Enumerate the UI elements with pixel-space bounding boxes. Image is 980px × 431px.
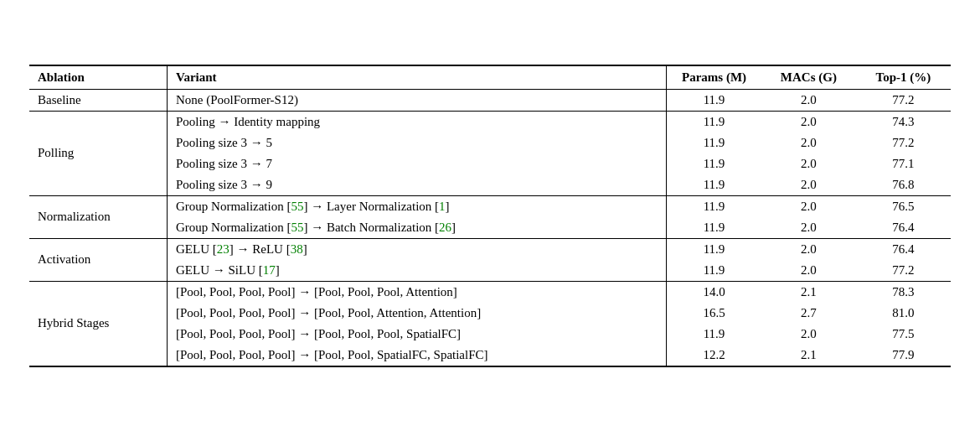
params-cell: 12.2: [667, 345, 761, 366]
params-cell: 11.9: [667, 260, 761, 282]
macs-cell: 2.0: [761, 153, 856, 174]
table-row: Pooling size 3 → 911.92.076.8: [29, 174, 951, 196]
macs-cell: 2.0: [761, 195, 856, 217]
params-cell: 11.9: [667, 153, 761, 174]
table-row: NormalizationGroup Normalization [55] → …: [29, 195, 951, 217]
table-row: [Pool, Pool, Pool, Pool] → [Pool, Pool, …: [29, 345, 951, 366]
macs-cell: 2.0: [761, 238, 856, 260]
header-top1: Top-1 (%): [856, 65, 951, 90]
variant-cell: [Pool, Pool, Pool, Pool] → [Pool, Pool, …: [167, 281, 666, 303]
table-row: GELU → SiLU [17]11.92.077.2: [29, 260, 951, 282]
variant-cell: [Pool, Pool, Pool, Pool] → [Pool, Pool, …: [167, 303, 666, 324]
top1-cell: 76.5: [856, 195, 951, 217]
params-cell: 11.9: [667, 324, 761, 345]
variant-cell: None (PoolFormer-S12): [167, 89, 666, 111]
variant-cell: Pooling size 3 → 7: [167, 153, 666, 174]
table-row: PollingPooling → Identity mapping11.92.0…: [29, 111, 951, 132]
table-wrapper: Ablation Variant Params (M) MACs (G) Top…: [29, 65, 951, 367]
params-cell: 16.5: [667, 303, 761, 324]
variant-cell: Group Normalization [55] → Batch Normali…: [167, 217, 666, 239]
ablation-label: Normalization: [29, 195, 167, 238]
macs-cell: 2.1: [761, 345, 856, 366]
macs-cell: 2.0: [761, 324, 856, 345]
top1-cell: 74.3: [856, 111, 951, 132]
table-row: Hybrid Stages[Pool, Pool, Pool, Pool] → …: [29, 281, 951, 303]
variant-cell: GELU [23] → ReLU [38]: [167, 238, 666, 260]
params-cell: 11.9: [667, 174, 761, 196]
header-ablation: Ablation: [29, 65, 167, 90]
top1-cell: 76.4: [856, 217, 951, 239]
macs-cell: 2.0: [761, 174, 856, 196]
table-row: ActivationGELU [23] → ReLU [38]11.92.076…: [29, 238, 951, 260]
macs-cell: 2.0: [761, 217, 856, 239]
table-row: [Pool, Pool, Pool, Pool] → [Pool, Pool, …: [29, 324, 951, 345]
top1-cell: 76.4: [856, 238, 951, 260]
top1-cell: 77.2: [856, 89, 951, 111]
top1-cell: 78.3: [856, 281, 951, 303]
variant-cell: Pooling size 3 → 5: [167, 132, 666, 153]
ablation-label: Hybrid Stages: [29, 281, 167, 366]
top1-cell: 77.2: [856, 132, 951, 153]
macs-cell: 2.7: [761, 303, 856, 324]
variant-cell: Group Normalization [55] → Layer Normali…: [167, 195, 666, 217]
params-cell: 11.9: [667, 238, 761, 260]
table-row: Pooling size 3 → 511.92.077.2: [29, 132, 951, 153]
table-row: BaselineNone (PoolFormer-S12)11.92.077.2: [29, 89, 951, 111]
table-row: Group Normalization [55] → Batch Normali…: [29, 217, 951, 239]
params-cell: 11.9: [667, 111, 761, 132]
params-cell: 11.9: [667, 132, 761, 153]
table-row: [Pool, Pool, Pool, Pool] → [Pool, Pool, …: [29, 303, 951, 324]
macs-cell: 2.0: [761, 111, 856, 132]
top1-cell: 76.8: [856, 174, 951, 196]
variant-cell: GELU → SiLU [17]: [167, 260, 666, 282]
header-params: Params (M): [667, 65, 761, 90]
macs-cell: 2.0: [761, 132, 856, 153]
macs-cell: 2.0: [761, 260, 856, 282]
variant-cell: [Pool, Pool, Pool, Pool] → [Pool, Pool, …: [167, 324, 666, 345]
variant-cell: [Pool, Pool, Pool, Pool] → [Pool, Pool, …: [167, 345, 666, 366]
params-cell: 11.9: [667, 89, 761, 111]
header-variant: Variant: [167, 65, 666, 90]
top1-cell: 77.1: [856, 153, 951, 174]
table-row: Pooling size 3 → 711.92.077.1: [29, 153, 951, 174]
macs-cell: 2.0: [761, 89, 856, 111]
variant-cell: Pooling → Identity mapping: [167, 111, 666, 132]
ablation-label: Activation: [29, 238, 167, 281]
macs-cell: 2.1: [761, 281, 856, 303]
top1-cell: 77.2: [856, 260, 951, 282]
ablation-table: Ablation Variant Params (M) MACs (G) Top…: [29, 65, 951, 367]
ablation-label: Polling: [29, 111, 167, 195]
params-cell: 11.9: [667, 217, 761, 239]
variant-cell: Pooling size 3 → 9: [167, 174, 666, 196]
params-cell: 14.0: [667, 281, 761, 303]
params-cell: 11.9: [667, 195, 761, 217]
ablation-label: Baseline: [29, 89, 167, 111]
top1-cell: 77.5: [856, 324, 951, 345]
header-macs: MACs (G): [761, 65, 856, 90]
top1-cell: 77.9: [856, 345, 951, 366]
top1-cell: 81.0: [856, 303, 951, 324]
